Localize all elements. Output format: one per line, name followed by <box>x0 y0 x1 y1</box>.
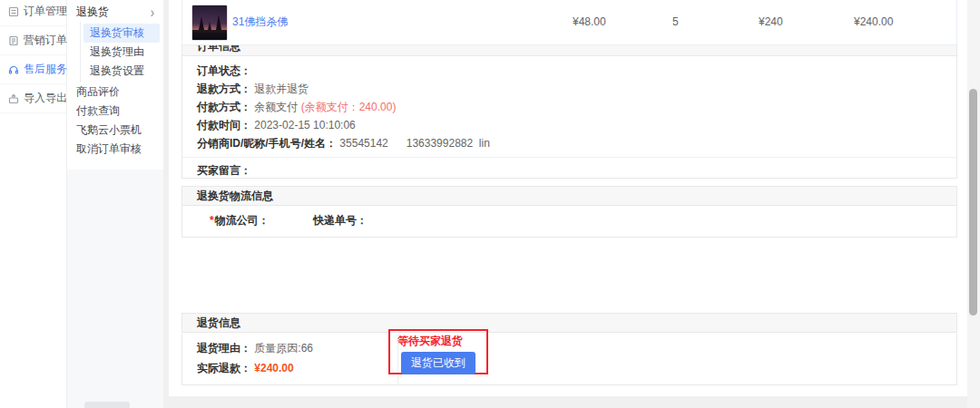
menu-item-payment-query[interactable]: 付款查询 <box>67 102 163 121</box>
order-info-body: 订单状态： 退款方式： 退款并退货 付款方式： 余额支付 (余额支付：240.0… <box>181 56 957 179</box>
menu-item-return-settings[interactable]: 退换货设置 <box>83 62 160 81</box>
unit-price-cell: ¥48.00 <box>573 0 606 44</box>
sidebar-item-order-management[interactable]: 订单管理 <box>0 0 66 26</box>
menu-group-returns[interactable]: 退换货 › <box>67 3 163 22</box>
order-status-row: 订单状态： <box>197 62 942 80</box>
return-info-header: 退货信息 <box>181 313 957 333</box>
menu-group-label: 退换货 <box>76 5 151 20</box>
menu-item-return-reason[interactable]: 退换货理由 <box>83 43 160 62</box>
refund-amount-cell: ¥240.00 <box>854 0 893 44</box>
product-name-link[interactable]: 31佛挡杀佛 <box>232 0 288 44</box>
payment-method-row: 付款方式： 余额支付 (余额支付：240.00) <box>197 98 942 116</box>
sidebar-item-marketing-orders[interactable]: 营销订单 <box>0 26 66 55</box>
distributor-row: 分销商ID/昵称/手机号/姓名： 35545142 13633992882 li… <box>197 134 942 152</box>
sidebar-item-label: 营销订单 <box>24 33 67 48</box>
import-export-icon <box>8 93 19 104</box>
vertical-scrollbar-thumb[interactable] <box>969 89 977 316</box>
menu-item-cancel-order-review[interactable]: 取消订单审核 <box>67 140 163 159</box>
goods-received-button[interactable]: 退货已收到 <box>401 352 475 374</box>
sidebar-item-import-export[interactable]: 导入导出 <box>0 84 66 113</box>
subtotal-cell: ¥240 <box>759 0 783 44</box>
after-sales-headset-icon <box>8 64 19 75</box>
product-table-row: 31佛挡杀佛 ¥48.00 5 ¥240 ¥240.00 <box>181 0 957 45</box>
tracking-number-label: 快递单号： <box>313 206 368 236</box>
chevron-right-icon: › <box>151 5 154 20</box>
required-asterisk: * <box>210 214 214 227</box>
order-list-icon <box>8 6 19 17</box>
logistics-company-label: *物流公司： <box>210 206 270 236</box>
balance-paid-amount: (余额支付：240.00) <box>301 101 397 113</box>
sidebar-item-label: 售后服务 <box>24 62 67 77</box>
sidebar-bottom-handle[interactable] <box>84 402 130 408</box>
waiting-buyer-return-status: 等待买家退货 <box>397 334 463 349</box>
logistics-header: 退换货物流信息 <box>181 186 957 206</box>
refund-method-row: 退款方式： 退款并退货 <box>197 80 942 98</box>
vertical-scrollbar-track[interactable] <box>967 0 980 408</box>
order-info-rows: 订单状态： 退款方式： 退款并退货 付款方式： 余额支付 (余额支付：240.0… <box>182 56 956 152</box>
return-qty-cell: 5 <box>672 0 679 44</box>
menu-item-return-review[interactable]: 退换货审核 <box>83 24 160 43</box>
menu-item-feie-printer[interactable]: 飞鹅云小票机 <box>67 121 163 140</box>
sidebar-item-after-sales[interactable]: 售后服务 <box>0 55 66 84</box>
highlight-annotation-box: 等待买家退货 退货已收到 <box>388 329 488 374</box>
actual-refund-row: 实际退款： ¥240.00 <box>197 362 294 374</box>
main-page: 1 买家申请退货 2023-02-16 18:39:11 2 处理申请 3 处理… <box>163 0 980 408</box>
payment-time-row: 付款时间： 2023-02-15 10:10:06 <box>197 116 942 134</box>
secondary-sidebar: 退换货 › 退换货审核 退换货理由 退换货设置 商品评价 付款查询 飞鹅云小票机… <box>67 0 163 408</box>
sidebar-item-label: 订单管理 <box>24 4 67 19</box>
menu-item-product-reviews[interactable]: 商品评价 <box>67 83 163 102</box>
secondary-menu: 退换货 › 退换货审核 退换货理由 退换货设置 商品评价 付款查询 飞鹅云小票机… <box>67 0 163 170</box>
marketing-order-icon <box>8 35 19 46</box>
primary-sidebar: 订单管理 营销订单 售后服务 导入导出 <box>0 0 67 408</box>
sidebar-item-label: 导入导出 <box>24 91 67 106</box>
buyer-message-row: 买家留言： <box>182 157 956 182</box>
actual-refund-amount: ¥240.00 <box>254 362 293 374</box>
return-info-body: 退货理由： 质量原因:66 实际退款： ¥240.00 <box>181 334 957 385</box>
menu-group-children: 退换货审核 退换货理由 退换货设置 <box>80 22 163 83</box>
return-reason-row: 退货理由： 质量原因:66 <box>197 342 313 355</box>
product-image[interactable] <box>191 5 228 41</box>
logistics-body: *物流公司： 快递单号： <box>181 206 957 238</box>
logistics-row: *物流公司： 快递单号： <box>182 206 956 236</box>
return-detail-card: 1 买家申请退货 2023-02-16 18:39:11 2 处理申请 3 处理… <box>169 0 967 396</box>
